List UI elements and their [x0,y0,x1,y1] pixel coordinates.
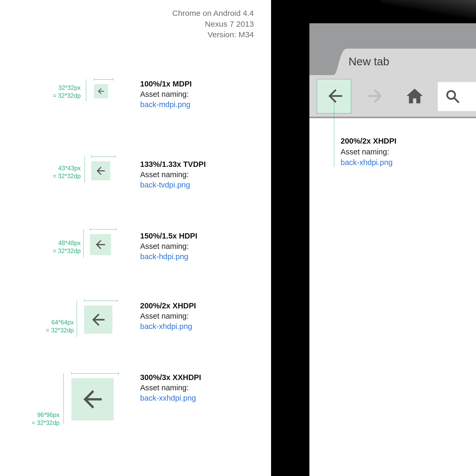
back-arrow-icon [94,238,107,251]
guide-horizontal [94,79,113,80]
dimensions-label: 43*43px = 32*32dp [53,164,81,180]
dimensions-label: 64*64px = 32*32dp [46,319,74,335]
header-line-3: Version: M34 [172,29,254,40]
dimensions-label: 32*32px = 32*32dp [53,84,81,100]
asset-preview [84,305,112,334]
guide-tick [71,372,72,375]
home-icon [405,86,424,106]
header-text: Chrome on Android 4.4 Nexus 7 2013 Versi… [172,8,254,40]
asset-preview [94,84,108,98]
guide-horizontal [71,373,119,374]
guide-tick [94,78,94,81]
guide-vertical [63,373,64,424]
guide-tick [115,155,115,158]
asset-preview [91,161,110,180]
guide-vertical [86,79,86,101]
forward-button[interactable] [356,79,393,113]
device-bezel: New tab [271,0,476,476]
guide-horizontal [84,301,118,301]
row-text: 300%/3x XXHDPI Asset naming: back-xxhdpi… [140,372,201,403]
guide-tick [113,78,113,81]
svg-line-1 [455,98,459,102]
back-arrow-icon [79,386,106,413]
guide-vertical [85,157,85,183]
guide-tick [118,372,119,375]
row-text: 100%/1x MDPI Asset naming: back-mdpi.png [140,79,192,110]
guide-tick [116,228,116,231]
back-arrow-icon [325,86,346,106]
url-bar[interactable] [438,81,476,111]
callout-text: 200%/2x XHDPI Asset naming: back-xhdpi.p… [341,136,396,168]
spec-panel: Chrome on Android 4.4 Nexus 7 2013 Versi… [0,0,271,476]
guide-horizontal [91,157,116,157]
back-button[interactable] [317,79,354,113]
guide-tick [117,299,117,302]
back-arrow-icon [95,165,107,177]
search-icon [445,88,460,104]
back-arrow-icon [97,87,106,96]
guide-tick [91,155,91,158]
device-screen: New tab [309,23,476,476]
guide-vertical [83,229,84,258]
row-text: 200%/2x XHDPI Asset naming: back-xhdpi.p… [140,301,196,332]
browser-tabstrip: New tab [309,23,476,75]
row-text: 150%/1.5x HDPI Asset naming: back-hdpi.p… [140,231,197,262]
tab-title: New tab [349,55,389,68]
guide-horizontal [90,229,116,230]
row-text: 133%/1.33x TVDPI Asset naming: back-tvdp… [140,159,206,190]
browser-toolbar [309,75,476,118]
header-line-2: Nexus 7 2013 [172,19,254,30]
guide-tick [84,299,84,302]
guide-vertical [77,301,77,337]
browser-tab[interactable]: New tab [333,49,476,75]
home-button[interactable] [396,79,433,113]
asset-preview [90,234,111,255]
header-line-1: Chrome on Android 4.4 [172,8,254,19]
forward-arrow-icon [365,86,385,106]
dimensions-label: 48*48px = 32*32dp [53,239,81,255]
back-arrow-icon [89,310,108,329]
asset-preview [71,378,114,420]
guide-tick [90,228,90,231]
bezel-glare [381,0,476,21]
dimensions-label: 96*96px = 32*32dp [31,411,59,427]
